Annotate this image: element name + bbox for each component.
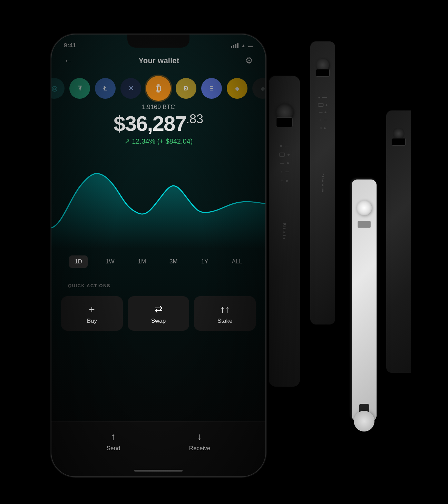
nano-x-label: Bitcoin [282,223,286,239]
back-button[interactable]: ← [64,55,73,66]
price-change: ↗ 12.34% (+ $842.04) [51,137,265,145]
coin-usdt[interactable]: ₮ [69,78,90,99]
page-title: Your wallet [139,56,179,65]
stake-icon: ↑↑ [220,304,230,314]
ledger-nano-x: Bitcoin ＋ ▽ [269,76,300,387]
time-filter-1d[interactable]: 1D [69,255,88,268]
coin-amount: 1.9169 BTC [51,104,265,111]
nano-sw-cap [354,411,374,432]
send-label: Send [107,445,120,452]
swap-button[interactable]: ⇄ Swap [128,296,189,331]
nano-s-black-label: Ethereum [321,173,324,192]
buy-label: Buy [87,318,97,324]
nano-x-icons: ＋ ▽ [279,145,290,182]
stake-label: Stake [217,318,232,324]
price-dollars: $36,287 [114,112,186,135]
receive-button[interactable]: ↓ Receive [189,431,210,452]
coin-eth[interactable]: Ξ [201,78,222,99]
buy-button[interactable]: ＋ Buy [61,296,123,331]
chart-svg [51,159,265,249]
time-filter-1m[interactable]: 1M [132,255,152,268]
nano-x-screen [276,117,293,127]
time-filter-1w[interactable]: 1W [100,255,120,268]
time-filter-1y[interactable]: 1Y [196,255,214,268]
nano-s-screen [316,69,330,77]
main-price: $36,287.83 [51,113,265,134]
price-chart [51,159,265,249]
wifi-icon: ▲ [241,43,246,48]
price-cents: .83 [186,112,203,126]
quick-actions: ＋ Buy ⇄ Swap ↑↑ Stake [61,296,256,331]
coin-btc-active[interactable]: ₿ [146,76,171,101]
coin-partial-right[interactable]: ◈ [252,78,265,99]
time-filter-all[interactable]: ALL [226,255,248,268]
buy-icon: ＋ [87,304,97,314]
status-icons: ▲ ▬ [231,43,253,48]
receive-icon: ↓ [197,431,202,442]
app-header: ← Your wallet ⚙ [51,55,265,66]
price-section: 1.9169 BTC $36,287.83 ↗ 12.34% (+ $842.0… [51,104,265,145]
coin-item[interactable]: ◎ [51,78,65,99]
send-icon: ↑ [111,431,116,442]
coin-carousel: ◎ ₮ Ł ✕ ₿ Ð Ξ [51,76,265,101]
bottom-bar: ↑ Send ↓ Receive [51,421,265,476]
swap-label: Swap [151,318,166,324]
ledger-nano-s-white [352,180,377,421]
nano-pr-screen [392,138,406,146]
time-filters: 1D 1W 1M 3M 1Y ALL [51,255,265,268]
send-button[interactable]: ↑ Send [107,431,120,452]
status-time: 9:41 [64,42,76,49]
hardware-wallet-group: Bitcoin ＋ ▽ [248,41,428,456]
settings-button[interactable]: ⚙ [245,55,253,66]
signal-icon [231,43,238,48]
quick-actions-label: QUICK ACTIONS [68,283,110,288]
coin-doge[interactable]: Ð [176,78,196,99]
phone: 9:41 ▲ ▬ ← Your wallet ⚙ [51,35,265,476]
battery-icon: ▬ [248,43,253,48]
nano-sw-screen [358,221,371,228]
swap-icon: ⇄ [155,304,163,314]
notch [127,35,189,48]
time-filter-3m[interactable]: 3M [164,255,183,268]
receive-label: Receive [189,445,210,452]
scene: 9:41 ▲ ▬ ← Your wallet ⚙ [34,14,414,490]
coin-xrp[interactable]: ✕ [120,78,141,99]
coin-bnb[interactable]: ◆ [227,78,247,99]
ledger-nano-s-black: Ethereum ＋ ▽ [310,41,335,324]
ledger-partial [386,110,411,373]
phone-inner: 9:41 ▲ ▬ ← Your wallet ⚙ [51,35,265,476]
nano-sw-button [357,200,372,215]
home-indicator [134,470,183,472]
stake-button[interactable]: ↑↑ Stake [194,296,256,331]
coin-ltc[interactable]: Ł [95,78,116,99]
